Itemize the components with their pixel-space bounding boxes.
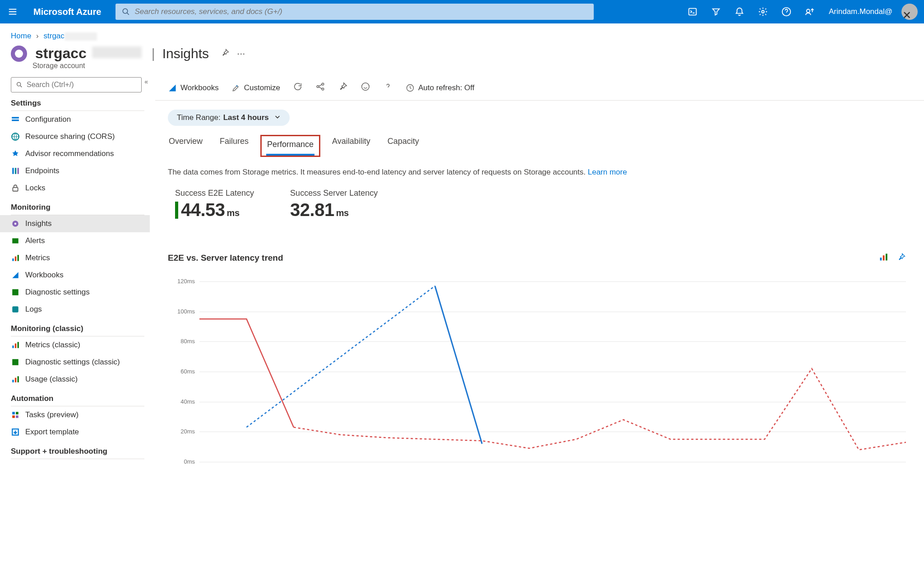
resource-type-label: Storage account (0, 62, 924, 74)
pin-icon[interactable] (338, 82, 348, 94)
svg-rect-25 (12, 380, 14, 382)
time-range-picker[interactable]: Time Range: Last 4 hours (168, 110, 290, 126)
sidebar-item-metrics-classic[interactable]: Metrics (classic) (11, 336, 144, 354)
kpi-indicator (175, 202, 178, 219)
latency-chart[interactable]: 0ms20ms40ms60ms80ms100ms120ms (168, 281, 906, 462)
sidebar-item-label: Endpoints (25, 166, 60, 175)
sidebar-item-label: Diagnostic settings (25, 288, 90, 297)
learn-more-link[interactable]: Learn more (588, 168, 627, 176)
sidebar-item-locks[interactable]: Locks (11, 179, 144, 197)
filter-bar: Time Range: Last 4 hours (155, 101, 924, 133)
cloud-shell-icon[interactable] (681, 0, 704, 23)
alerts-icon (11, 236, 20, 245)
svg-rect-9 (12, 168, 14, 174)
collapse-sidebar-icon[interactable]: « (144, 78, 148, 85)
time-range-label: Time Range: (177, 113, 221, 122)
tab-overview[interactable]: Overview (168, 135, 203, 157)
toolbar-label: Workbooks (180, 83, 219, 92)
kpi-server-latency: Success Server Latency 32.81ms (290, 189, 378, 220)
search-icon (16, 81, 23, 88)
tab-availability[interactable]: Availability (331, 135, 371, 157)
global-search-input[interactable] (134, 7, 587, 16)
sidebar-item-label: Usage (classic) (25, 375, 78, 384)
sidebar-item-alerts[interactable]: Alerts (11, 232, 144, 249)
endpoints-icon (11, 166, 20, 175)
sidebar-item-cors[interactable]: Resource sharing (CORS) (11, 128, 144, 145)
insights-tabs: Overview Failures Performance Availabili… (155, 133, 924, 157)
sidebar-item-logs[interactable]: Logs (11, 301, 144, 318)
pin-chart-icon[interactable] (897, 253, 906, 263)
workbooks-icon (11, 271, 20, 280)
sidebar-search-input[interactable] (27, 81, 137, 89)
sidebar-item-metrics[interactable]: Metrics (11, 249, 144, 267)
help-icon[interactable] (775, 0, 798, 23)
topbar-right: Arindam.Mondal@ (681, 0, 918, 23)
customize-button[interactable]: Customize (231, 83, 280, 92)
chevron-down-icon (272, 113, 281, 122)
svg-rect-17 (15, 257, 16, 261)
tab-capacity[interactable]: Capacity (387, 135, 420, 157)
sidebar-search[interactable] (11, 77, 142, 92)
svg-point-4 (807, 9, 810, 13)
usage-icon (11, 375, 20, 384)
y-tick-label: 100ms (177, 308, 195, 315)
feedback-icon[interactable] (798, 0, 822, 23)
workbooks-button[interactable]: Workbooks (168, 83, 219, 92)
globe-icon (11, 132, 20, 141)
highlight-annotation: Performance (260, 135, 320, 157)
sidebar-item-label: Diagnostic settings (classic) (25, 358, 120, 367)
more-icon[interactable]: ··· (232, 48, 245, 60)
nav-group-monitoring: Monitoring (11, 200, 144, 215)
breadcrumb-resource[interactable]: strgac (44, 32, 97, 40)
open-metrics-icon[interactable] (879, 253, 888, 263)
svg-rect-26 (15, 378, 16, 382)
sidebar-item-label: Resource sharing (CORS) (25, 132, 115, 141)
sidebar-item-tasks[interactable]: Tasks (preview) (11, 406, 144, 423)
notifications-icon[interactable] (728, 0, 751, 23)
hamburger-icon[interactable] (6, 5, 19, 18)
left-column: « Settings Configuration Resource sharin… (0, 74, 155, 566)
sidebar-item-endpoints[interactable]: Endpoints (11, 162, 144, 179)
svg-rect-30 (12, 415, 15, 418)
close-icon[interactable]: ✕ (902, 9, 911, 22)
sidebar-item-advisor[interactable]: Advisor recommendations (11, 145, 144, 162)
refresh-icon[interactable] (293, 82, 303, 94)
sidebar-item-insights[interactable]: Insights (0, 215, 150, 232)
sidebar-item-workbooks[interactable]: Workbooks (11, 267, 144, 284)
sidebar-item-usage-classic[interactable]: Usage (classic) (11, 371, 144, 388)
main-content: Workbooks Customize Auto refresh: Off Ti… (155, 74, 924, 566)
metrics-icon (11, 341, 20, 350)
config-icon (11, 115, 20, 124)
feedback-smile-icon[interactable] (360, 82, 370, 94)
svg-rect-10 (15, 168, 16, 174)
brand-label[interactable]: Microsoft Azure (25, 7, 109, 17)
help-icon[interactable] (383, 82, 393, 94)
svg-rect-16 (12, 258, 14, 261)
breadcrumb-sep: › (33, 32, 42, 40)
sidebar-item-export-template[interactable]: Export template (11, 423, 144, 441)
sidebar-item-label: Insights (25, 219, 52, 228)
sidebar-item-diagnostic[interactable]: Diagnostic settings (11, 284, 144, 301)
global-search[interactable] (116, 4, 594, 20)
y-tick-label: 60ms (180, 368, 195, 375)
autorefresh-button[interactable]: Auto refresh: Off (406, 83, 474, 92)
sidebar-item-configuration[interactable]: Configuration (11, 111, 144, 128)
y-tick-label: 0ms (184, 458, 195, 465)
blade-toolbar: Workbooks Customize Auto refresh: Off (155, 74, 924, 101)
tab-failures[interactable]: Failures (219, 135, 249, 157)
svg-rect-21 (12, 345, 14, 348)
tab-performance[interactable]: Performance (266, 138, 314, 156)
sidebar-item-diagnostic-classic[interactable]: Diagnostic settings (classic) (11, 354, 144, 371)
svg-rect-23 (18, 342, 19, 348)
insights-icon (11, 219, 20, 228)
share-icon[interactable] (315, 82, 325, 94)
svg-point-2 (762, 10, 764, 13)
search-icon (122, 8, 130, 16)
user-label[interactable]: Arindam.Mondal@ (822, 7, 900, 16)
pin-icon[interactable] (221, 48, 230, 59)
svg-rect-27 (18, 376, 19, 382)
settings-icon[interactable] (751, 0, 775, 23)
sidebar-item-label: Logs (25, 305, 42, 314)
breadcrumb-home[interactable]: Home (11, 32, 31, 40)
directory-filter-icon[interactable] (704, 0, 728, 23)
